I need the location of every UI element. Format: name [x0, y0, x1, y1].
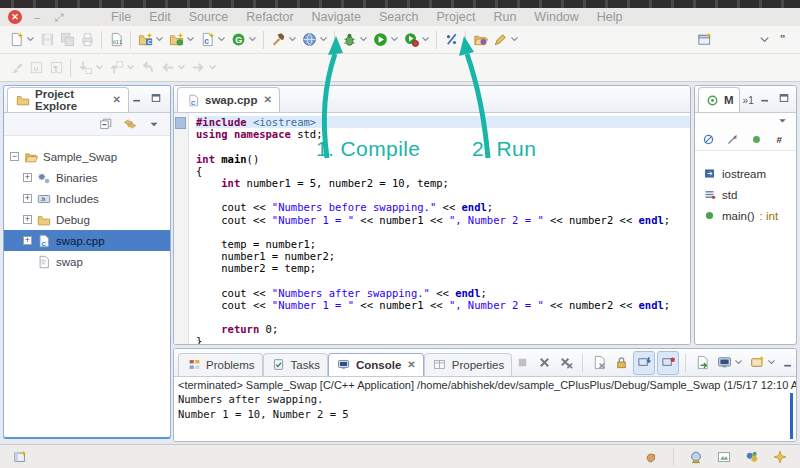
save-all-button[interactable] — [57, 29, 77, 51]
menu-file[interactable]: File — [102, 9, 140, 25]
hide-non-public-button[interactable] — [746, 128, 766, 150]
minimize-icon[interactable] — [757, 90, 773, 106]
open-console-button[interactable] — [692, 352, 712, 374]
show-whitespace-button[interactable]: ¶ — [46, 57, 66, 79]
code-editor[interactable]: #include <iostream>using namespace std; … — [174, 113, 690, 345]
remove-all-launches-button[interactable] — [556, 352, 576, 374]
build-all-button[interactable] — [299, 29, 330, 51]
close-icon[interactable]: ✕ — [407, 360, 415, 370]
hand-button[interactable] — [641, 446, 661, 468]
outline-item-main-[interactable]: main() : int — [701, 205, 796, 226]
clear-console-button[interactable] — [589, 352, 609, 374]
hide-inactive-button[interactable]: # — [770, 128, 790, 150]
window-restore-button[interactable]: ⤢ — [52, 10, 66, 24]
new-console-button[interactable] — [747, 352, 778, 374]
menu-project[interactable]: Project — [428, 9, 485, 25]
new-c-file-button[interactable]: c — [197, 29, 228, 51]
terminate-button[interactable] — [512, 352, 532, 374]
chevron-down-icon[interactable] — [125, 57, 135, 79]
menu-help[interactable]: Help — [588, 9, 632, 25]
menu-refactor[interactable]: Refactor — [237, 9, 302, 25]
menu-search[interactable]: Search — [370, 9, 428, 25]
show-on-output-button[interactable] — [657, 351, 679, 375]
expand-icon[interactable]: + — [23, 194, 32, 203]
console-scroll-thumb[interactable] — [790, 393, 793, 439]
debug-button[interactable] — [339, 29, 370, 51]
tree-item-includes[interactable]: +.hIncludes — [4, 188, 170, 209]
chevron-down-icon[interactable] — [207, 57, 217, 79]
forward-button[interactable] — [188, 57, 219, 79]
close-icon[interactable]: ✕ — [263, 95, 271, 105]
globe-button[interactable] — [686, 446, 706, 468]
collapse-icon[interactable]: − — [10, 152, 19, 161]
menu-window[interactable]: Window — [525, 9, 587, 25]
chevron-down-icon[interactable] — [509, 29, 519, 51]
chevron-down-icon[interactable] — [176, 57, 186, 79]
perspective-button[interactable] — [10, 446, 30, 468]
chevron-down-icon[interactable] — [318, 29, 328, 51]
chevron-down-icon[interactable] — [154, 29, 164, 51]
tree-item-swap-cpp[interactable]: +Cswap.cpp — [4, 230, 170, 251]
outline-item-std[interactable]: std — [701, 184, 796, 205]
view-menu-icon[interactable] — [774, 113, 790, 129]
toggle-block-selection-button[interactable]: u — [26, 57, 46, 79]
tab-console[interactable]: Console✕ — [328, 353, 424, 376]
back-button[interactable] — [157, 57, 188, 79]
chevron-down-icon[interactable] — [247, 29, 257, 51]
close-icon[interactable]: ✕ — [113, 95, 121, 105]
chevron-down-icon[interactable] — [287, 29, 297, 51]
chevron-down-icon[interactable] — [94, 57, 104, 79]
minimize-icon[interactable] — [780, 355, 796, 371]
build-button[interactable] — [268, 29, 299, 51]
menu-source[interactable]: Source — [180, 9, 238, 25]
code-generate-button[interactable]: G — [228, 29, 259, 51]
save-button[interactable] — [37, 29, 57, 51]
back-bent-button[interactable] — [137, 57, 157, 79]
outline-item-iostream[interactable]: iostream — [701, 163, 796, 184]
image-button[interactable] — [714, 446, 734, 468]
quick-switch-button[interactable]: ” — [774, 29, 794, 51]
chevron-down-icon[interactable] — [766, 352, 776, 374]
last-edit-location-button[interactable] — [75, 57, 106, 79]
display-console-button[interactable] — [714, 352, 745, 374]
collapse-all-button[interactable] — [96, 113, 116, 135]
tree-item-binaries[interactable]: +Binaries — [4, 167, 170, 188]
chevron-down-icon[interactable] — [420, 29, 430, 51]
format-button[interactable] — [6, 57, 26, 79]
tab-project-explorer[interactable]: Project Explore ✕ — [7, 87, 129, 112]
tab-properties[interactable]: Properties — [424, 353, 512, 376]
open-element-button[interactable] — [470, 29, 490, 51]
chevron-only-button[interactable] — [754, 29, 774, 51]
mark-element-button[interactable] — [490, 29, 521, 51]
expand-icon[interactable]: + — [23, 173, 32, 182]
launch-balls-button[interactable] — [742, 446, 762, 468]
binary-search-button[interactable]: 011 — [106, 29, 126, 51]
hide-fields-button[interactable] — [698, 128, 718, 150]
maximize-icon[interactable] — [148, 90, 164, 106]
new-cpp-project-button[interactable]: C — [135, 29, 166, 51]
new-class-button[interactable] — [166, 29, 197, 51]
window-minimize-button[interactable]: – — [30, 10, 44, 24]
chevron-down-icon[interactable] — [25, 29, 35, 51]
menu-navigate[interactable]: Navigate — [303, 9, 370, 25]
open-perspective-button[interactable] — [694, 29, 714, 51]
profile-button[interactable] — [401, 29, 432, 51]
menu-edit[interactable]: Edit — [140, 9, 180, 25]
tree-item-debug[interactable]: +Debug — [4, 209, 170, 230]
tree-item-sample-swap[interactable]: −Sample_Swap — [4, 146, 170, 167]
chevron-down-icon[interactable] — [389, 29, 399, 51]
tab-overflow-indicator[interactable]: »1 — [740, 88, 757, 112]
new-wizard-button[interactable] — [6, 29, 37, 51]
pin-console-button[interactable] — [633, 351, 655, 375]
expand-icon[interactable]: + — [23, 215, 32, 224]
view-menu-button[interactable] — [144, 113, 164, 135]
tab-tasks[interactable]: Tasks — [263, 353, 328, 376]
window-close-button[interactable]: ✕ — [8, 10, 22, 24]
print-button[interactable] — [77, 29, 97, 51]
tab-make-target[interactable]: M — [698, 87, 740, 112]
expand-icon[interactable]: + — [23, 236, 32, 245]
star-button[interactable] — [770, 446, 790, 468]
console-output[interactable]: <terminated> Sample_Swap [C/C++ Applicat… — [174, 377, 796, 442]
skip-breakpoints-button[interactable] — [441, 29, 461, 51]
tab-swap-cpp[interactable]: C swap.cpp ✕ — [177, 87, 280, 112]
